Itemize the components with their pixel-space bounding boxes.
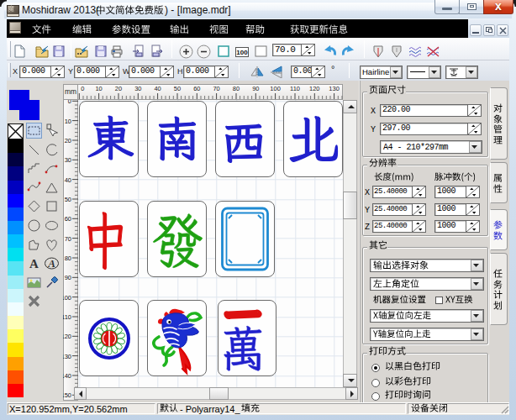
svg-text:50: 50 (174, 85, 181, 92)
svg-text:90: 90 (252, 85, 259, 92)
svg-text:100: 100 (63, 294, 71, 302)
svg-text:30: 30 (65, 156, 71, 164)
svg-text:90: 90 (65, 274, 71, 281)
svg-text:20: 20 (65, 137, 71, 144)
svg-text:A: A (29, 257, 39, 270)
svg-text:40: 40 (65, 176, 71, 184)
svg-text:130: 130 (329, 85, 340, 92)
svg-text:70: 70 (65, 235, 71, 243)
svg-text:120: 120 (63, 333, 71, 340)
svg-text:10: 10 (95, 85, 102, 92)
svg-text:40: 40 (154, 85, 161, 92)
svg-text:100: 100 (270, 85, 281, 92)
svg-text:140: 140 (63, 372, 71, 380)
svg-text:150: 150 (63, 391, 71, 399)
svg-text:80: 80 (233, 85, 240, 92)
svg-text:0: 0 (81, 85, 84, 92)
svg-text:110: 110 (290, 85, 300, 92)
svg-text:30: 30 (134, 85, 141, 92)
svg-text:110: 110 (63, 313, 71, 321)
svg-text:70: 70 (213, 85, 219, 92)
svg-text:10: 10 (65, 118, 71, 125)
svg-text:80: 80 (65, 255, 71, 262)
svg-text:60: 60 (65, 215, 71, 223)
svg-text:0: 0 (68, 100, 71, 105)
svg-text:60: 60 (193, 85, 200, 92)
svg-text:A: A (47, 257, 55, 270)
svg-text:120: 120 (309, 85, 320, 92)
svg-text:20: 20 (115, 85, 122, 92)
svg-text:130: 130 (63, 353, 71, 360)
svg-text:50: 50 (65, 196, 71, 203)
